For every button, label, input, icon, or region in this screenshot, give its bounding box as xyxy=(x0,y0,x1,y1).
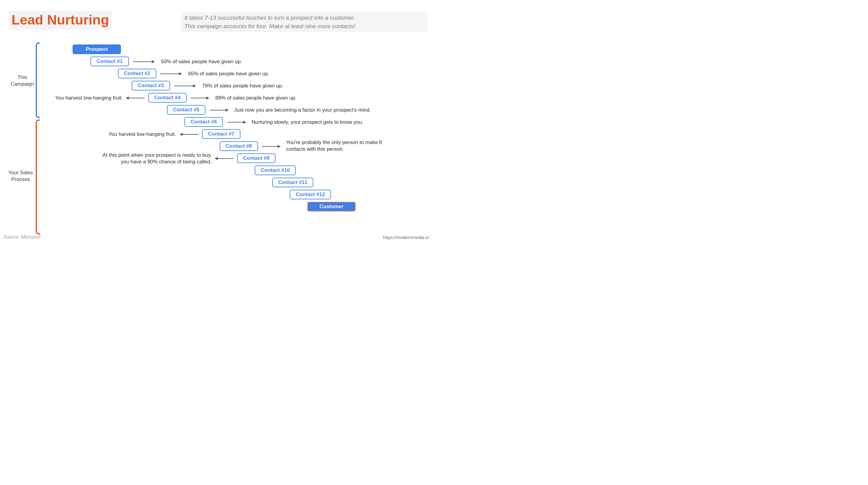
step-contact-8: Contact #8 xyxy=(220,141,258,151)
bracket-sales-process xyxy=(36,120,40,235)
step-contact-3: Contact #3 xyxy=(131,81,170,90)
note-contact-4-left: You harvest low-hanging fruit. xyxy=(45,95,123,101)
note-contact-4-right: 89% of sales people have given up. xyxy=(215,95,297,101)
note9-line2: you have a 90% chance of being called. xyxy=(121,159,212,164)
arrow-right-icon xyxy=(174,86,195,86)
source-label: Source: Microsoft xyxy=(3,235,40,240)
note-contact-2: 65% of sales people have given up. xyxy=(188,70,269,77)
step-contact-12: Contact #12 xyxy=(290,190,331,200)
page-title: Lead Nurturing xyxy=(8,11,112,30)
step-contact-7: Contact #7 xyxy=(202,129,241,139)
note-contact-6: Nurturing slowly, your prospect gets to … xyxy=(252,119,363,126)
step-contact-4: Contact #4 xyxy=(148,93,187,102)
step-prospect: Prospect xyxy=(72,44,121,54)
note-contact-1: 50% of sales people have given up. xyxy=(161,58,242,65)
arrow-right-icon xyxy=(262,146,280,147)
bracket-label-this-campaign: This Campaign xyxy=(10,74,34,87)
step-contact-11: Contact #11 xyxy=(272,178,313,187)
note-contact-5: Just now you are becoming a factor in yo… xyxy=(234,107,371,114)
step-contact-1: Contact #1 xyxy=(90,57,129,66)
bracket-this-campaign xyxy=(36,42,40,118)
subtitle-line-1: It takes 7-13 successful touches to turn… xyxy=(185,14,355,21)
subtitle-line-2: This campaign accounts for four. Make at… xyxy=(185,23,355,29)
url-label: https://modernmedia.io xyxy=(383,235,429,240)
step-contact-6: Contact #6 xyxy=(185,117,223,127)
subtitle-box: It takes 7-13 successful touches to turn… xyxy=(181,12,427,32)
step-contact-5: Contact #5 xyxy=(167,105,205,115)
note-contact-7-left: You harvest low-hanging fruit. xyxy=(99,131,176,138)
note-contact-9-left: At this point when your prospect is read… xyxy=(85,152,212,165)
arrow-right-icon xyxy=(190,98,209,98)
note9-line1: At this point when your prospect is read… xyxy=(102,152,212,158)
arrow-left-icon xyxy=(215,158,234,159)
step-contact-10: Contact #10 xyxy=(255,165,296,175)
arrow-left-icon xyxy=(126,98,145,98)
arrow-right-icon xyxy=(160,73,182,74)
arrow-right-icon xyxy=(133,61,154,62)
arrow-right-icon xyxy=(210,110,228,111)
bracket1-line1: This xyxy=(18,74,27,80)
note-contact-3: 79% of sales people have given up. xyxy=(202,83,283,89)
step-contact-9: Contact #9 xyxy=(237,153,276,163)
bracket1-line2: Campaign xyxy=(10,81,34,87)
step-customer: Customer xyxy=(307,202,356,211)
arrow-left-icon xyxy=(180,134,198,134)
note-contact-8: You're probably the only person to make … xyxy=(286,139,389,152)
step-contact-2: Contact #2 xyxy=(118,69,156,79)
arrow-right-icon xyxy=(227,122,246,123)
bracket2-line2: Process xyxy=(11,176,30,182)
bracket2-line1: Your Sales xyxy=(8,170,33,176)
bracket-label-sales-process: Your Sales Process xyxy=(6,170,35,183)
